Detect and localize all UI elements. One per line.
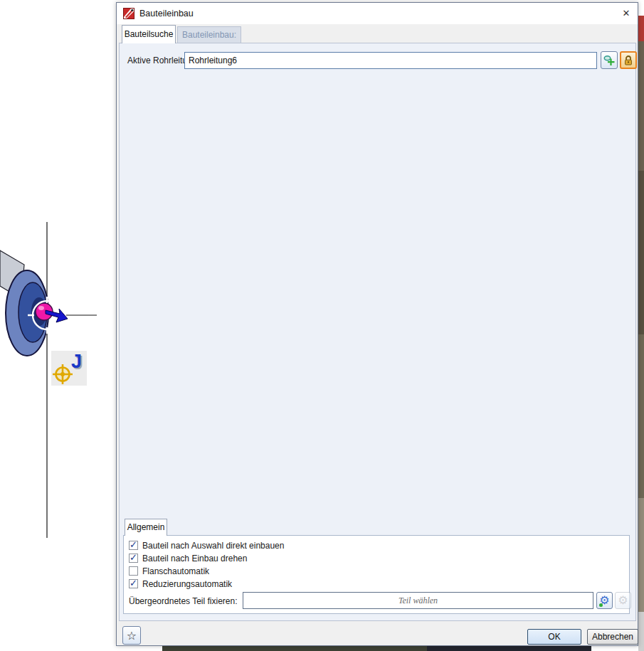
gear-icon: ⚙ — [618, 595, 628, 606]
fix-parent-label: Übergeordnetes Teil fixieren: — [129, 596, 238, 606]
checkbox-reduzierungsautomatik[interactable] — [129, 579, 138, 588]
add-icon — [603, 55, 615, 66]
favorites-button[interactable]: ☆ — [122, 626, 141, 645]
checkbox-flanschautomatik[interactable] — [129, 566, 138, 576]
clear-parent-button[interactable]: ⚙ — [615, 592, 631, 609]
ok-label: OK — [548, 632, 560, 642]
background-app-sliver-bottom2 — [427, 646, 591, 651]
ucs-axis-label: J — [71, 351, 82, 373]
active-pipeline-input[interactable] — [184, 52, 597, 69]
tab-label: Bauteileinbau: — [182, 30, 236, 40]
checkbox-direkt-einbauen[interactable] — [129, 541, 138, 550]
gear-status-dot — [599, 603, 603, 607]
checkbox-einbau-drehen[interactable] — [129, 554, 138, 563]
background-app-sliver-right — [638, 0, 644, 651]
cancel-button[interactable]: Abbrechen — [587, 629, 638, 645]
settings-tab-allgemein[interactable]: Allgemein — [125, 519, 167, 536]
lock-pipeline-button[interactable] — [620, 51, 637, 69]
background-app-sliver-bottom — [162, 646, 427, 651]
window-title: Bauteileinbau — [139, 3, 194, 24]
cancel-label: Abbrechen — [592, 632, 633, 642]
checkbox-label: Reduzierungsautomatik — [142, 579, 232, 589]
star-icon: ☆ — [127, 629, 137, 642]
tab-label: Bauteilsuche — [125, 29, 174, 39]
screen: J Bauteileinbau ✕ Bauteilsuche — [0, 0, 644, 651]
tab-label: Allgemein — [127, 522, 165, 532]
checkbox-label: Flanschautomatik — [142, 566, 209, 576]
titlebar[interactable]: Bauteileinbau ✕ — [117, 3, 638, 24]
pick-parent-button[interactable]: ⚙ — [596, 592, 613, 609]
tab-bauteileinbau[interactable]: Bauteileinbau: — [177, 26, 241, 43]
checkbox-label: Bauteil nach Auswahl direkt einbauen — [142, 541, 284, 551]
app-icon — [123, 8, 134, 19]
checkbox-label: Bauteil nach Einbau drehen — [142, 554, 247, 563]
ucs-marker-box: J — [51, 351, 87, 386]
cad-viewport-graphic — [0, 0, 116, 651]
ok-button[interactable]: OK — [527, 629, 581, 645]
new-pipeline-button[interactable] — [601, 51, 618, 69]
tab-bauteilsuche[interactable]: Bauteilsuche — [122, 25, 176, 43]
bauteileinbau-dialog: Bauteileinbau ✕ Bauteilsuche Bauteileinb… — [116, 2, 638, 646]
fix-parent-input[interactable] — [243, 592, 593, 609]
lock-icon — [623, 55, 633, 66]
close-icon[interactable]: ✕ — [619, 7, 633, 20]
